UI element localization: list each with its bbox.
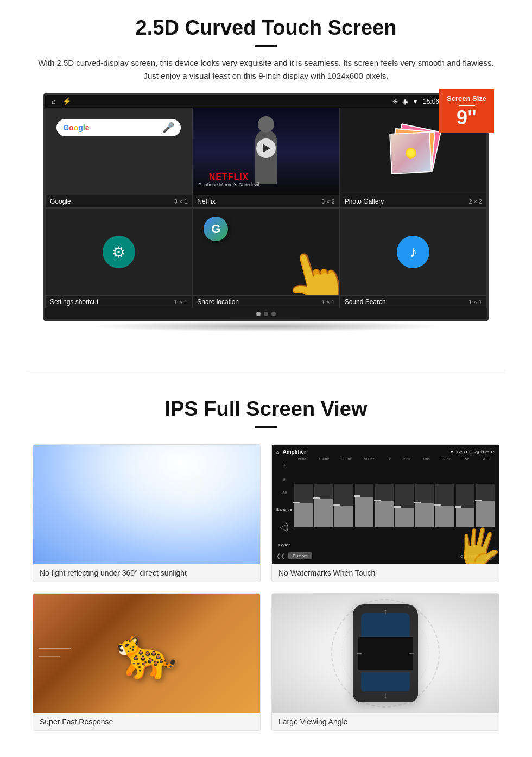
angle-arrow-top: ↑ [384,607,388,616]
section-ips: IPS Full Screen View No light reflecting… [0,387,532,747]
amplifier-image: ⌂ Amplifier ▼ 17:33 ⊡ ◁) ⊠ ▭ ↩ 60hz [272,445,499,564]
share-label: Share location [197,298,239,306]
fader-label: Fader [276,542,292,547]
google-label-row: Google 3 × 1 [46,195,192,207]
volume-symbol: ◁) [276,522,292,532]
eq-freq-label: 15k [463,457,469,461]
share-grid-size: 1 × 1 [321,299,335,305]
amplifier-caption: No Watermarks When Touch [272,564,499,582]
eq-freq-label: 10k [423,457,429,461]
eq-value-10: 10 [276,463,292,467]
dot-1 [256,312,261,316]
feature-amplifier-card: ⌂ Amplifier ▼ 17:33 ⊡ ◁) ⊠ ▭ ↩ 60hz [271,444,499,582]
play-button[interactable] [256,138,276,158]
photo-card-3 [389,131,432,174]
eq-freq-label: 200hz [341,457,352,461]
sound-icon-circle: ♪ [397,236,429,268]
settings-icon-circle: ⚙ [103,236,135,268]
badge-divider [459,105,475,106]
photo-label-row: Photo Gallery 2 × 2 [340,195,486,207]
sunlight-caption: No light reflecting under 360° direct su… [33,564,260,582]
sound-grid-size: 1 × 1 [468,299,482,305]
badge-size: 9" [447,108,486,128]
netflix-label-row: Netflix 3 × 2 [193,195,339,207]
car-caption: Large Viewing Angle [272,713,499,730]
angle-arrow-right: → [408,649,415,658]
app-grid-row2: ⚙ Settings shortcut 1 × 1 [45,208,487,308]
home-icon: ⌂ [52,97,56,105]
amp-hand-icon: 🖐️ [452,522,499,564]
photo-grid-size: 2 × 2 [468,198,482,205]
section-divider [27,370,505,370]
amp-custom-btn[interactable]: Custom [288,552,312,559]
dot-2 [264,312,268,316]
section1-divider [255,45,277,47]
status-bar-left: ⌂ ⚡ [52,97,71,105]
section1-title: 2.5D Curved Touch Screen [33,16,499,40]
share-label-row: Share location 1 × 1 [193,295,339,308]
android-screen: ⌂ ⚡ ✳ ◉ ▼ 15:06 ⊡ ◁) ⊠ ▭ [43,93,489,321]
google-search-bar[interactable]: Google 🎤 [56,119,181,136]
angle-arrow-left: ← [356,649,363,658]
section2-title: IPS Full Screen View [33,398,499,421]
wifi-icon: ▼ [412,98,419,105]
feature-cheetah-card: 🐆 Super Fast Response [33,593,261,731]
settings-label: Settings shortcut [50,298,98,306]
eq-freq-label: 2.5k [403,457,410,461]
balance-label: Balance [276,507,292,512]
sound-search-app-cell[interactable]: ♪ Sound Search 1 × 1 [340,208,487,308]
google-grid-size: 3 × 1 [174,198,188,205]
amp-icons: ⊡ ◁) ⊠ ▭ ↩ [469,450,495,455]
play-triangle-icon [263,144,270,153]
usb-icon: ⚡ [62,97,71,105]
photo-stack [389,127,438,176]
angle-arrow-bottom: ↓ [384,691,388,699]
bluetooth-icon: ✳ [392,98,398,105]
status-bar: ⌂ ⚡ ✳ ◉ ▼ 15:06 ⊡ ◁) ⊠ ▭ [45,95,487,108]
eq-freq-label: 500hz [364,457,375,461]
dot-3 [271,312,276,316]
section-curved-screen: 2.5D Curved Touch Screen With 2.5D curve… [0,0,532,343]
badge-title: Screen Size [447,94,486,103]
eq-freq-label: 1k [387,457,390,461]
cheetah-icon: 🐆 [116,625,177,682]
section2-divider [255,426,277,428]
screen-size-badge: Screen Size 9" [439,89,494,133]
netflix-app-cell[interactable]: NETFLIX Continue Marvel's Daredevil Netf… [192,108,339,208]
eq-freq-label: 100hz [319,457,329,461]
sound-label-row: Sound Search 1 × 1 [340,295,486,308]
sound-label: Sound Search [345,298,386,306]
app-grid-row1: Google 🎤 Google 3 × 1 [45,108,487,208]
cheetah-caption: Super Fast Response [33,713,260,730]
amp-title: Amplifier [282,449,306,455]
feature-car-card: ↑ ↓ ← → Large Viewing Angle [271,593,499,731]
eq-value-0: 0 [276,477,292,481]
cheetah-image: 🐆 [33,594,260,713]
device-mockup: Screen Size 9" ⌂ ⚡ ✳ ◉ ▼ 15:06 ⊡ ◁) ⊠ [43,93,489,332]
google-app-cell[interactable]: Google 🎤 Google 3 × 1 [45,108,192,208]
device-shadow [88,321,444,332]
amp-time: 17:33 [456,450,467,455]
feature-sunlight-card: No light reflecting under 360° direct su… [33,444,261,582]
amp-nav-left: ❮❮ [276,553,285,559]
amp-home-icon: ⌂ [276,450,279,455]
google-label: Google [50,198,71,205]
features-grid: No light reflecting under 360° direct su… [33,444,499,731]
share-location-app-cell[interactable]: G 👆 Share location 1 × 1 [192,208,339,308]
netflix-label-text: Netflix [197,198,215,205]
eq-freq-label: 12.5k [441,457,451,461]
mic-icon: 🎤 [162,122,174,134]
music-note-icon: ♪ [409,243,417,261]
car-windshield [361,613,410,637]
netflix-label: NETFLIX Continue Marvel's Daredevil [198,172,259,187]
settings-grid-size: 1 × 1 [174,299,188,305]
sunlight-image [33,445,260,564]
google-logo-text: Google [63,123,89,132]
section1-description: With 2.5D curved-display screen, this de… [33,56,499,83]
car-image: ↑ ↓ ← → [272,594,499,713]
netflix-grid-size: 3 × 2 [321,198,335,205]
settings-label-row: Settings shortcut 1 × 1 [46,295,192,308]
eq-freq-label: SUB [482,457,489,461]
settings-app-cell[interactable]: ⚙ Settings shortcut 1 × 1 [45,208,192,308]
time-display: 15:06 [423,98,439,105]
